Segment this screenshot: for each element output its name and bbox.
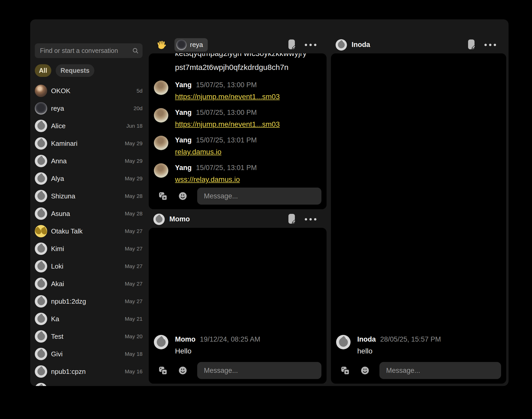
chat-panel-momo: Momo Momo 19/12/24, 08:25 AM	[149, 211, 327, 384]
message-input[interactable]	[197, 188, 321, 205]
list-item[interactable]: Asuna May 28	[30, 205, 149, 222]
sender-avatar[interactable]	[154, 80, 168, 95]
list-item[interactable]: Ka May 21	[30, 310, 149, 328]
list-item[interactable]: Alice Jun 18	[30, 117, 149, 135]
conversation-name: Kimi	[51, 245, 64, 253]
list-item[interactable]: reya 20d	[30, 100, 149, 117]
message-text: Hello	[175, 346, 260, 356]
message-link[interactable]: relay.damus.io	[175, 147, 257, 157]
message: Yang 15/07/25, 13:00 PM https://njump.me…	[154, 80, 319, 102]
list-item[interactable]	[30, 380, 149, 386]
conversation-avatar	[35, 207, 47, 220]
emoji-picker-icon[interactable]	[360, 366, 370, 375]
compose-note-icon[interactable]	[288, 39, 296, 51]
list-item[interactable]: Kimi May 27	[30, 240, 149, 257]
app-window: All Requests OKOK 5d reya 20d	[30, 19, 509, 386]
emoji-picker-icon[interactable]	[178, 366, 187, 375]
sender-avatar[interactable]	[154, 335, 168, 349]
media-picker-icon[interactable]	[158, 191, 168, 201]
message: Yang 15/07/25, 13:01 PM relay.damus.io	[154, 136, 319, 157]
list-item[interactable]: Kaminari May 29	[30, 135, 149, 152]
conversation-name: Asuna	[51, 210, 70, 218]
peer-name: Inoda	[352, 41, 370, 49]
message-timestamp: 19/12/24, 08:25 AM	[200, 335, 260, 344]
input-bar	[149, 359, 327, 384]
more-menu-icon[interactable]	[304, 43, 317, 46]
message-link[interactable]: https://njump.me/nevent1...sm03	[175, 92, 280, 102]
sender-avatar[interactable]	[154, 163, 168, 178]
list-item[interactable]: OKOK 5d	[30, 82, 149, 100]
message-timestamp: 28/05/25, 15:57 PM	[380, 335, 441, 344]
conversation-avatar	[35, 330, 47, 343]
more-menu-icon[interactable]	[304, 218, 317, 221]
list-item[interactable]: Alya May 29	[30, 170, 149, 187]
sender-name: Yang	[175, 136, 192, 144]
chat-panel-inoda: Inoda Inoda 28/05/25, 15:57 PM	[331, 36, 506, 384]
chat-panel-reya: reya ketsqyqtmpag2lygn wfc3oykzkkwwyjry …	[149, 36, 327, 209]
conversation-date: May 27	[125, 263, 143, 269]
compose-note-icon[interactable]	[288, 213, 296, 225]
conversation-avatar	[35, 313, 47, 325]
conversation-name: Alya	[51, 175, 64, 183]
conversation-list: OKOK 5d reya 20d Alice Jun 18 Ka	[30, 82, 149, 386]
conversation-date: May 29	[125, 158, 143, 164]
list-item[interactable]: npub1:cpzn May 16	[30, 363, 149, 380]
peer-avatar[interactable]	[153, 214, 165, 225]
media-picker-icon[interactable]	[340, 366, 350, 375]
message-scrollback[interactable]: Inoda 28/05/25, 15:57 PM hello	[331, 53, 506, 359]
message-area: ketsqyqtmpag2lygn wfc3oykzkkwwyjry pst7m…	[149, 53, 327, 209]
sender-avatar[interactable]	[336, 335, 351, 349]
list-item[interactable]: Akai May 27	[30, 275, 149, 293]
conversation-avatar	[35, 243, 47, 255]
conversation-date: May 18	[125, 351, 143, 357]
message-input[interactable]	[197, 362, 321, 379]
conversation-name: npub1:cpzn	[51, 368, 86, 376]
conversation-date: 20d	[134, 105, 143, 111]
sender-avatar[interactable]	[154, 136, 168, 150]
conversation-date: May 27	[125, 281, 143, 287]
tab-all[interactable]: All	[35, 64, 51, 77]
peer-chip[interactable]: reya	[174, 38, 208, 52]
sender-avatar[interactable]	[154, 108, 168, 123]
conversation-avatar	[35, 172, 47, 185]
list-item[interactable]: Loki May 27	[30, 257, 149, 275]
message: Momo 19/12/24, 08:25 AM Hello	[154, 335, 319, 356]
pubkey-text: ketsqyqtmpag2lygn wfc3oykzkkwwyjry pst7m…	[175, 53, 319, 74]
compose-note-icon[interactable]	[468, 39, 476, 51]
list-item[interactable]: Shizuna May 28	[30, 187, 149, 205]
conversation-name: Ka	[51, 315, 59, 323]
conversation-date: May 29	[125, 175, 143, 182]
chat-header: Inoda	[331, 36, 506, 53]
peer-avatar[interactable]	[336, 39, 347, 51]
message-list: Yang 15/07/25, 13:00 PM https://njump.me…	[154, 74, 319, 185]
conversation-name: Anna	[51, 157, 67, 165]
list-item[interactable]: Otaku Talk May 27	[30, 222, 149, 240]
conversation-name: Loki	[51, 262, 63, 270]
conversation-name: OKOK	[51, 87, 70, 95]
conversation-avatar	[35, 137, 47, 150]
message-link[interactable]: wss://relay.damus.io	[175, 174, 257, 185]
emoji-picker-icon[interactable]	[178, 191, 187, 201]
message-area: Inoda 28/05/25, 15:57 PM hello	[331, 53, 506, 384]
message-scrollback[interactable]: Momo 19/12/24, 08:25 AM Hello	[149, 228, 327, 359]
conversation-avatar	[35, 155, 47, 167]
search-box	[35, 43, 143, 58]
list-item[interactable]: Anna May 29	[30, 152, 149, 170]
list-item[interactable]: Givi May 18	[30, 345, 149, 363]
media-picker-icon[interactable]	[158, 366, 168, 375]
message-timestamp: 15/07/25, 13:00 PM	[196, 108, 257, 117]
list-item[interactable]: Test May 20	[30, 328, 149, 345]
peer-avatar	[176, 40, 187, 50]
conversation-date: 5d	[137, 88, 143, 94]
conversation-date: Jun 18	[126, 123, 143, 129]
more-menu-icon[interactable]	[484, 43, 496, 46]
message-scrollback[interactable]: ketsqyqtmpag2lygn wfc3oykzkkwwyjry pst7m…	[149, 53, 327, 185]
conversation-name: Shizuna	[51, 192, 75, 200]
conversation-name: Alice	[51, 122, 65, 130]
message-link[interactable]: https://njump.me/nevent1...sm03	[175, 119, 280, 130]
search-input[interactable]	[35, 43, 143, 58]
sender-name: Momo	[175, 335, 195, 344]
list-item[interactable]: npub1:2dzg May 27	[30, 293, 149, 310]
tab-requests[interactable]: Requests	[56, 64, 94, 77]
message-input[interactable]	[379, 362, 501, 379]
